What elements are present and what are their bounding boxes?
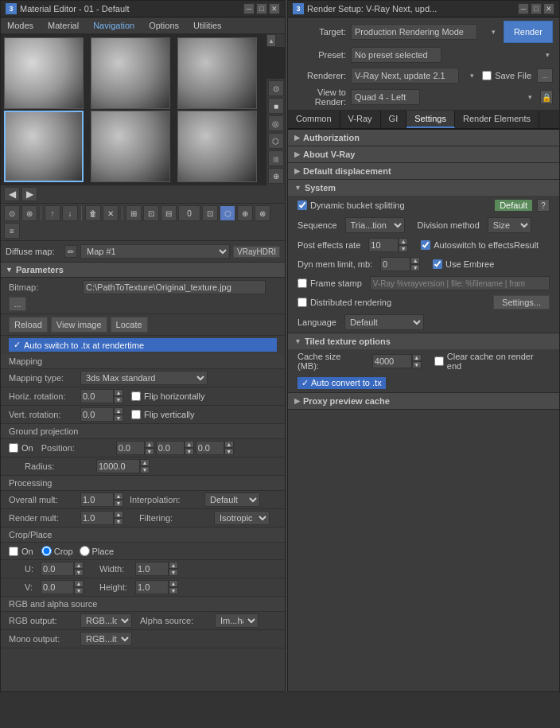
flip-h-checkbox[interactable]: [131, 391, 141, 401]
tab-render-elements[interactable]: Render Elements: [455, 111, 539, 128]
height-down[interactable]: ▼: [169, 587, 178, 594]
pos-x-input[interactable]: [116, 441, 145, 455]
width-up[interactable]: ▲: [169, 562, 178, 569]
tb-btn-10[interactable]: 0: [178, 205, 200, 221]
crop-radio[interactable]: [41, 546, 52, 556]
target-select[interactable]: Production Rendering Mode: [351, 24, 477, 40]
place-radio[interactable]: [80, 546, 90, 556]
distributed-checkbox[interactable]: [298, 298, 307, 307]
reload-btn[interactable]: Reload: [9, 317, 48, 333]
material-sphere-6[interactable]: [177, 111, 257, 182]
menu-material[interactable]: Material: [45, 19, 82, 32]
tb-btn-7[interactable]: ⊞: [126, 205, 142, 221]
rs-maximize-btn[interactable]: □: [531, 3, 542, 14]
tab-gi[interactable]: GI: [381, 111, 407, 128]
render-btn[interactable]: Render: [504, 21, 553, 43]
system-header[interactable]: ▼ System: [288, 180, 559, 196]
pos-y-up[interactable]: ▲: [185, 441, 194, 448]
auto-switch-checkbox[interactable]: ✓ Auto switch to .tx at rendertime: [9, 338, 277, 352]
side-tool-6[interactable]: ⊕: [268, 168, 284, 184]
side-tool-2[interactable]: ■: [268, 98, 284, 114]
pos-z-input[interactable]: [196, 441, 224, 455]
overall-up[interactable]: ▲: [114, 492, 123, 500]
pos-x-down[interactable]: ▼: [145, 448, 154, 455]
width-down[interactable]: ▼: [169, 569, 178, 576]
auto-convert-checkbox-btn[interactable]: ✓ Auto convert to .tx: [298, 377, 386, 389]
tab-common[interactable]: Common: [288, 111, 340, 128]
render-mult-down[interactable]: ▼: [114, 518, 123, 525]
tb-btn-9[interactable]: ⊟: [161, 205, 177, 221]
cache-size-input[interactable]: [372, 354, 412, 368]
tiled-texture-header[interactable]: ▼ Tiled texture options: [288, 333, 559, 349]
v-up[interactable]: ▲: [74, 580, 84, 587]
radius-up[interactable]: ▲: [140, 459, 150, 466]
overall-mult-input[interactable]: [80, 492, 114, 507]
tb-btn-13[interactable]: ⊕: [237, 205, 253, 221]
authorization-header[interactable]: ▶ Authorization: [288, 130, 559, 146]
dyn-mem-input[interactable]: [380, 257, 410, 271]
scroll-up-btn[interactable]: ▲: [266, 34, 276, 47]
nav-back-btn[interactable]: ◀: [4, 187, 20, 201]
mono-output-select[interactable]: RGB...ity: [80, 632, 132, 646]
rs-more-btn[interactable]: ...: [537, 68, 553, 83]
diffuse-picker-btn[interactable]: ✏: [64, 245, 77, 258]
tb-btn-15[interactable]: ≡: [4, 223, 20, 239]
menu-navigation[interactable]: Navigation: [90, 19, 138, 32]
rs-minimize-btn[interactable]: ─: [518, 3, 529, 14]
radius-input[interactable]: [96, 459, 140, 473]
sequence-select[interactable]: Tria...tion: [345, 217, 405, 233]
width-input[interactable]: [135, 562, 169, 576]
height-up[interactable]: ▲: [169, 580, 178, 587]
tb-btn-4[interactable]: ↓: [62, 205, 78, 221]
diffuse-map-select[interactable]: Map #1: [80, 244, 230, 259]
v-input[interactable]: [41, 580, 74, 594]
u-input[interactable]: [41, 562, 74, 576]
cache-up[interactable]: ▲: [412, 354, 422, 361]
cache-down[interactable]: ▼: [412, 361, 422, 368]
material-sphere-5[interactable]: [91, 111, 170, 182]
material-sphere-1[interactable]: [4, 37, 84, 109]
default-displacement-header[interactable]: ▶ Default displacement: [288, 163, 559, 179]
renderer-select[interactable]: V-Ray Next, update 2.1: [351, 68, 459, 84]
lock-icon[interactable]: 🔒: [540, 90, 553, 104]
save-file-checkbox[interactable]: [482, 71, 492, 80]
pos-z-down[interactable]: ▼: [224, 448, 234, 455]
horiz-rot-input[interactable]: [80, 389, 114, 403]
tb-btn-6[interactable]: ✕: [103, 205, 119, 221]
tab-vray[interactable]: V-Ray: [340, 111, 381, 128]
view-image-btn[interactable]: View image: [51, 317, 107, 333]
dyn-down[interactable]: ▼: [410, 264, 420, 271]
pos-y-down[interactable]: ▼: [185, 448, 194, 455]
tb-btn-2[interactable]: ⊛: [21, 205, 37, 221]
tab-settings[interactable]: Settings: [406, 111, 455, 128]
question-btn[interactable]: ?: [537, 199, 550, 212]
use-embree-checkbox[interactable]: [433, 259, 442, 269]
close-btn[interactable]: ✕: [269, 3, 280, 14]
menu-options[interactable]: Options: [146, 19, 182, 32]
tb-btn-1[interactable]: ⊙: [4, 205, 20, 221]
rgb-output-select[interactable]: RGB...lor: [80, 613, 132, 628]
menu-utilities[interactable]: Utilities: [190, 19, 224, 32]
dyn-up[interactable]: ▲: [410, 257, 420, 264]
tb-btn-5[interactable]: 🗑: [85, 205, 101, 221]
radius-down[interactable]: ▼: [140, 466, 150, 473]
distributed-settings-btn[interactable]: Settings...: [493, 295, 550, 309]
proxy-preview-header[interactable]: ▶ Proxy preview cache: [288, 393, 559, 409]
height-input[interactable]: [135, 580, 169, 594]
pos-z-up[interactable]: ▲: [224, 441, 234, 448]
post-up[interactable]: ▲: [399, 238, 408, 245]
material-sphere-4[interactable]: [4, 111, 84, 182]
vert-rot-down[interactable]: ▼: [114, 415, 123, 422]
browse-btn[interactable]: ...: [9, 297, 26, 311]
render-mult-up[interactable]: ▲: [114, 511, 123, 518]
locate-btn[interactable]: Locate: [111, 317, 148, 333]
division-select[interactable]: Size: [488, 217, 531, 233]
side-tool-5[interactable]: |||: [268, 150, 284, 166]
vert-rot-input[interactable]: [80, 407, 114, 422]
view-to-render-select[interactable]: Quad 4 - Left: [351, 89, 420, 105]
dynamic-bucket-checkbox[interactable]: [298, 200, 307, 210]
preset-select[interactable]: No preset selected: [351, 47, 441, 63]
horiz-rot-down[interactable]: ▼: [114, 396, 123, 403]
language-select[interactable]: Default: [344, 314, 424, 330]
mapping-type-select[interactable]: 3ds Max standard: [80, 371, 208, 385]
